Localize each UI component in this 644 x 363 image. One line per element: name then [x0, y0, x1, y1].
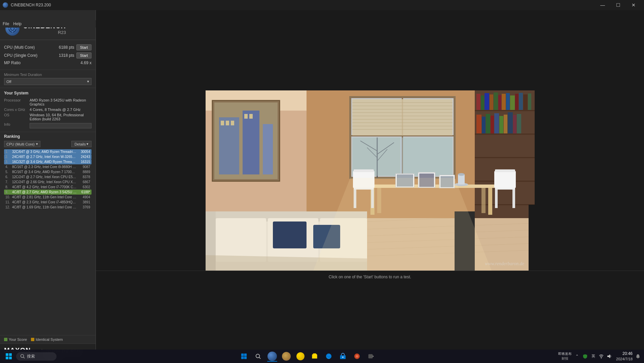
menu-file[interactable]: File: [3, 22, 9, 26]
rank-cpu-name: 32C/64T @ 3 GHz, AMD Ryzen Threadripper …: [12, 150, 77, 154]
rank-cpu-name: 12C/24T @ 2.7 GHz, Intel Xeon CPU E5-269…: [12, 175, 77, 179]
legend-area: Your Score Identical System: [0, 335, 96, 344]
ranking-dropdown[interactable]: CPU (Multi Core) ▾: [4, 141, 40, 147]
svg-rect-46: [221, 121, 224, 125]
search-bar[interactable]: 搜索: [16, 352, 57, 361]
ranking-list-item[interactable]: 8.4C/8T @ 4.2 GHz, Intel Core i7-7700K C…: [4, 185, 92, 190]
ranking-dropdown-chevron-icon: ▾: [36, 142, 38, 146]
clock-date: 2024/7/18: [616, 357, 633, 361]
taskbar-icon-edge[interactable]: [323, 350, 335, 362]
info-label: Info: [4, 122, 28, 128]
info-input[interactable]: [30, 123, 92, 128]
rank-number: 12.: [5, 205, 12, 209]
svg-rect-91: [495, 190, 498, 208]
svg-point-121: [21, 355, 24, 358]
rank-cpu-name: 12C/24T @ 2.66 GHz, Intel Xeon CPU X5650: [12, 180, 77, 184]
ranking-list-item[interactable]: 3.16C/32T @ 3.4 GHz, AMD Ryzen Threadrip…: [4, 159, 92, 164]
tray-notification-icon[interactable]: [635, 353, 641, 360]
ranking-list-item[interactable]: 12.4C/8T @ 1.69 GHz, 11th Gen Intel Core…: [4, 205, 92, 210]
multi-core-row: CPU (Multi Core) 6188 pts Start: [4, 43, 92, 51]
os-label: OS: [4, 113, 28, 121]
ranking-list-item[interactable]: 7.12C/24T @ 2.66 GHz, Intel Xeon CPU X56…: [4, 179, 92, 185]
menu-help[interactable]: Help: [13, 22, 22, 26]
svg-point-134: [356, 356, 358, 357]
cinebench-taskbar-icon: [267, 352, 277, 361]
svg-rect-44: [243, 111, 259, 174]
svg-rect-47: [226, 121, 229, 125]
taskbar-icon-files[interactable]: [309, 350, 321, 362]
benchmark-section: CPU (Multi Core) 6188 pts Start CPU (Sin…: [0, 40, 96, 70]
rank-number: 5.: [5, 170, 12, 174]
details-chevron-icon: ▾: [86, 142, 88, 146]
svg-rect-79: [517, 114, 521, 133]
rank-cpu-name: 4C/8T @ 4.2 GHz, Intel Core i7-7700K CPU: [12, 185, 77, 189]
rank-cpu-name: 16C/32T @ 3.4 GHz, AMD Ryzen Threadrippe…: [12, 160, 77, 164]
taskbar-icon-windows[interactable]: [238, 350, 250, 362]
taskbar-icon-search[interactable]: [252, 350, 264, 362]
taskbar-left: 搜索: [3, 350, 57, 362]
os-row: OS Windows 10, 64 Bit, Professional Edit…: [4, 112, 92, 122]
processor-value: AMD Ryzen 3 5425U with Radeon Graphics: [30, 98, 92, 106]
notify-text1: 即将发布: [558, 352, 572, 356]
tray-wifi-icon[interactable]: [598, 353, 605, 360]
taskbar-center: [238, 350, 377, 362]
svg-rect-66: [515, 94, 518, 110]
rank-score-value: 8378: [77, 175, 90, 179]
main-content: www.renderbaron.de Click on one of the '…: [96, 10, 644, 363]
tray-security-icon[interactable]: [582, 353, 588, 360]
multi-core-start-button[interactable]: Start: [76, 44, 92, 50]
taskbar-icon-user[interactable]: [280, 350, 292, 362]
taskbar-icon-cinebench[interactable]: [266, 350, 278, 362]
maximize-button[interactable]: ☐: [610, 0, 626, 10]
minimize-button[interactable]: —: [595, 0, 610, 10]
ranking-list-item[interactable]: 1.32C/64T @ 3 GHz, AMD Ryzen Threadrippe…: [4, 149, 92, 154]
tray-volume-icon[interactable]: [606, 353, 613, 360]
taskbar-icon-store[interactable]: [337, 350, 349, 362]
svg-rect-118: [9, 353, 12, 356]
svg-rect-76: [504, 115, 507, 133]
duration-section: Minimum Test Duration Off ▾: [0, 70, 96, 88]
ranking-list-item[interactable]: 6.12C/24T @ 2.7 GHz, Intel Xeon CPU E5-2…: [4, 174, 92, 179]
notification-area[interactable]: 即将发布 财报: [558, 352, 572, 361]
svg-line-122: [24, 357, 25, 359]
ranking-list-item[interactable]: 4.8C/16T @ 2.3 GHz, Intel Core i9-9880H …: [4, 164, 92, 169]
svg-rect-23: [352, 99, 453, 135]
single-core-start-button[interactable]: Start: [76, 52, 92, 58]
ranking-list-item[interactable]: 5.8C/16T @ 3.4 GHz, AMD Ryzen 7 1700X Ei…: [4, 169, 92, 174]
svg-rect-65: [510, 95, 515, 110]
rank-score-value: 8889: [77, 170, 90, 174]
clock[interactable]: 20:46 2024/7/18: [616, 351, 633, 361]
svg-rect-72: [486, 114, 490, 133]
rank-number: 8.: [5, 185, 12, 189]
svg-rect-43: [219, 117, 239, 174]
details-button[interactable]: Details ▾: [71, 141, 92, 147]
duration-label: Minimum Test Duration: [4, 73, 92, 77]
rank-cpu-name: 8C/16T @ 2.3 GHz, Intel Core i9-9880H CP…: [12, 165, 77, 169]
svg-rect-45: [263, 124, 273, 174]
duration-select[interactable]: Off ▾: [4, 78, 92, 85]
svg-rect-107: [216, 218, 266, 262]
single-core-row: CPU (Single Core) 1318 pts Start: [4, 51, 92, 59]
taskbar-icon-coin[interactable]: [294, 350, 307, 362]
svg-rect-62: [498, 95, 501, 110]
svg-rect-74: [494, 113, 499, 133]
ranking-list-item[interactable]: 9.4C/8T @ 2.7 GHz, AMD Ryzen 3 5425U wit…: [4, 190, 92, 195]
ranking-list-item[interactable]: 10.4C/8T @ 2.81 GHz, 11th Gen Intel Core…: [4, 195, 92, 200]
start-button[interactable]: [3, 350, 15, 362]
svg-rect-82: [488, 188, 492, 215]
ranking-list-item[interactable]: 2.24C/48T @ 2.7 GHz, Intel Xeon W-3265M …: [4, 154, 92, 159]
ranking-list-item[interactable]: 11.4C/8T @ 2.3 GHz, Intel Core i7-4850HQ…: [4, 200, 92, 205]
rank-score-value: 24243: [77, 155, 90, 159]
taskbar-icon-video[interactable]: [365, 350, 377, 362]
tray-keyboard-icon[interactable]: 英: [590, 353, 597, 360]
rank-cpu-name: 4C/8T @ 2.7 GHz, AMD Ryzen 3 5425U with …: [12, 190, 77, 194]
rank-score-value: 6302: [77, 185, 90, 189]
svg-point-129: [326, 354, 331, 359]
svg-rect-78: [513, 115, 516, 133]
tray-expand-icon[interactable]: ⌃: [574, 353, 580, 360]
taskbar-icon-browser[interactable]: [351, 350, 363, 362]
status-bar: Click on one of the 'Start' buttons to r…: [96, 271, 644, 283]
close-button[interactable]: ✕: [626, 0, 641, 10]
svg-rect-124: [244, 354, 247, 356]
cores-value: 4 Cores, 8 Threads @ 2.7 GHz: [30, 108, 92, 112]
